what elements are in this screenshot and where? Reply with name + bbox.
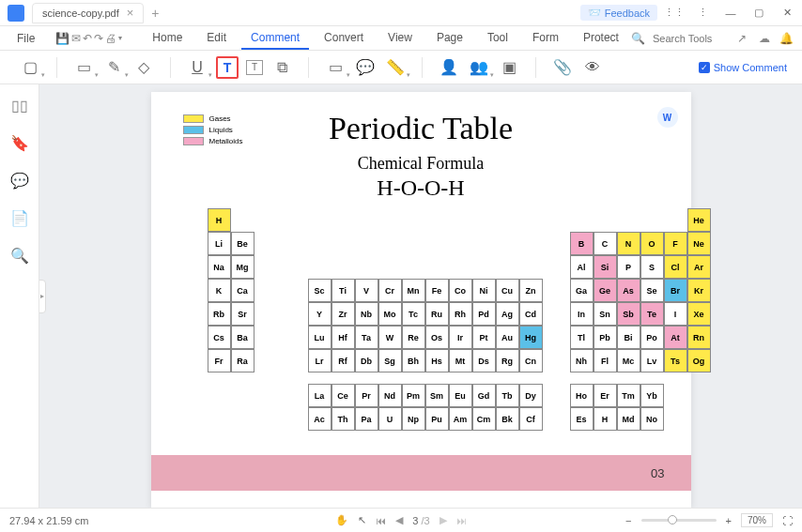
show-comment-toggle[interactable]: ✓ Show Comment (699, 62, 787, 73)
mail-icon[interactable]: ✉ (71, 30, 81, 47)
fit-page-icon[interactable]: ⛶ (782, 515, 793, 526)
periodic-table: HHeLiBeBCNOFNeNaMgAlSiPSClArKCaScTiVCrMn… (179, 208, 663, 471)
menu-tab-tool[interactable]: Tool (478, 27, 517, 50)
element-Bh: Bh (402, 349, 425, 372)
current-page[interactable]: 3 (412, 515, 418, 526)
element-Yb: Yb (640, 384, 664, 407)
stamp2-tool[interactable]: ▣ (498, 56, 520, 79)
help-icon[interactable]: 🔔 (779, 30, 795, 47)
next-page-icon[interactable]: ▶ (440, 514, 447, 526)
legend-metalloids: Metalloids (209, 137, 243, 145)
zoom-in-icon[interactable]: + (726, 515, 732, 526)
comment-tool[interactable]: 💬 (354, 56, 377, 79)
menu-tab-form[interactable]: Form (523, 27, 568, 50)
menu-tab-edit[interactable]: Edit (197, 27, 236, 50)
hand-tool-icon[interactable]: ✋ (335, 514, 348, 526)
feedback-label: Feedback (605, 8, 650, 19)
pencil-tool[interactable]: ✎▾ (102, 56, 125, 79)
prev-page-icon[interactable]: ◀ (395, 514, 403, 526)
hide-tool[interactable]: 👁 (581, 56, 604, 79)
stamp-tool[interactable]: 👤 (438, 56, 460, 79)
menu-tab-home[interactable]: Home (143, 27, 192, 50)
signature-tool[interactable]: 👥▾ (468, 56, 490, 79)
element-Ce: Ce (332, 384, 355, 407)
total-pages: /3 (422, 515, 430, 526)
zoom-out-icon[interactable]: − (625, 515, 631, 526)
bookmarks-icon[interactable]: 🔖 (10, 133, 29, 152)
element-Lr: Lr (308, 349, 332, 372)
element-Si: Si (594, 255, 617, 279)
highlight-tool[interactable]: ▭▾ (72, 56, 95, 79)
shape-tool[interactable]: ▭▾ (324, 56, 347, 79)
maximize-button[interactable]: ▢ (748, 2, 770, 24)
text-box-tool[interactable]: T (246, 60, 263, 75)
element-Rb: Rb (208, 302, 231, 326)
element-Li: Li (208, 232, 231, 255)
callout-tool[interactable]: ⧉ (270, 56, 293, 79)
eraser-tool[interactable]: ◇ (132, 56, 155, 79)
user-icon[interactable]: ⋮ (691, 2, 714, 24)
menu-tab-comment[interactable]: Comment (241, 27, 309, 50)
minimize-button[interactable]: — (719, 2, 742, 24)
search-input[interactable] (653, 33, 728, 44)
element-Mo: Mo (378, 302, 402, 326)
zoom-value[interactable]: 70% (741, 513, 773, 527)
thumbnails-icon[interactable]: ▯▯ (10, 96, 29, 114)
zoom-slider[interactable] (641, 519, 717, 522)
element-Lv: Lv (640, 349, 664, 372)
element-Tb: Tb (496, 384, 519, 407)
select-tool-icon[interactable]: ↖ (358, 514, 366, 526)
chevron-down-icon[interactable]: ▾ (118, 30, 122, 47)
undo-icon[interactable]: ↶ (83, 30, 92, 47)
element-Y: Y (308, 302, 332, 326)
element-N: N (617, 232, 640, 255)
cloud-icon[interactable]: ☁ (756, 30, 773, 47)
underline-tool[interactable]: U▾ (186, 56, 208, 79)
print-icon[interactable]: 🖨 (105, 30, 116, 47)
element-Cd: Cd (519, 302, 543, 326)
last-page-icon[interactable]: ⏭ (456, 515, 467, 526)
menu-tab-protect[interactable]: Protect (574, 27, 628, 50)
toolbar: ▢▾ ▭▾ ✎▾ ◇ U▾ T T ⧉ ▭▾ 💬 📏▾ 👤 👥▾ ▣ 📎 👁 ✓… (0, 51, 802, 84)
share-icon[interactable]: ↗ (733, 30, 750, 47)
note-tool[interactable]: ▢▾ (19, 56, 41, 79)
menubar: File 💾 ✉ ↶ ↷ 🖨 ▾ HomeEditCommentConvertV… (0, 26, 802, 51)
element-Ni: Ni (472, 279, 496, 302)
element-Am: Am (449, 407, 472, 431)
redo-icon[interactable]: ↷ (94, 30, 103, 47)
menu-tab-page[interactable]: Page (427, 27, 472, 50)
close-tab-icon[interactable]: × (127, 6, 134, 20)
first-page-icon[interactable]: ⏮ (376, 515, 386, 526)
attachments-icon[interactable]: 📄 (10, 208, 29, 227)
search-panel-icon[interactable]: 🔍 (10, 246, 29, 265)
element-Og: Og (687, 349, 711, 372)
menu-tab-convert[interactable]: Convert (315, 27, 373, 50)
typewriter-tool[interactable]: T (216, 56, 239, 79)
titlebar: science-copy.pdf × + 📨 Feedback ⋮⋮ ⋮ — ▢… (0, 0, 802, 26)
file-menu[interactable]: File (8, 28, 44, 49)
document-tab[interactable]: science-copy.pdf × (32, 3, 144, 23)
menu-tab-view[interactable]: View (378, 27, 422, 50)
comments-icon[interactable]: 💬 (10, 171, 29, 190)
element-H: H (208, 208, 231, 232)
measure-tool[interactable]: 📏▾ (384, 56, 407, 79)
expand-handle[interactable]: ▸ (39, 280, 46, 313)
add-tab-icon[interactable]: + (151, 6, 159, 21)
element-Br: Br (664, 279, 687, 302)
settings-icon[interactable]: ⋮⋮ (663, 2, 686, 24)
attachment-tool[interactable]: 📎 (551, 56, 574, 79)
element-Xe: Xe (687, 302, 711, 326)
close-button[interactable]: ✕ (776, 2, 798, 24)
page-number: 03 (651, 466, 664, 480)
element-Pd: Pd (472, 302, 496, 326)
element-Mn: Mn (402, 279, 425, 302)
element-Gd: Gd (472, 384, 496, 407)
element-Kr: Kr (687, 279, 711, 302)
element-Md: Md (617, 407, 640, 431)
element-Ar: Ar (687, 255, 711, 279)
save-icon[interactable]: 💾 (55, 30, 69, 47)
feedback-button[interactable]: 📨 Feedback (580, 5, 657, 21)
element-Db: Db (355, 349, 378, 372)
search-icon[interactable]: 🔍 (630, 30, 647, 47)
word-badge-icon[interactable]: W (657, 107, 678, 128)
